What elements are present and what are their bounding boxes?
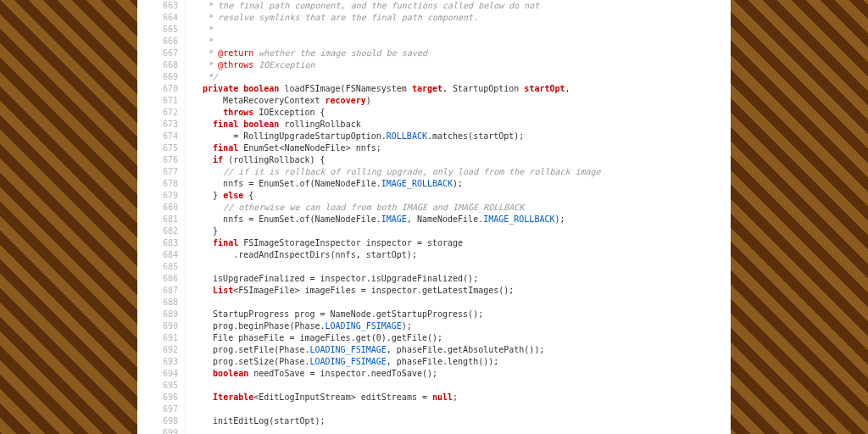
code-line[interactable]: 676 if (rollingRollback) { [137, 154, 731, 166]
code-content: boolean needToSave = inspector.needToSav… [186, 368, 732, 380]
code-content: isUpgradeFinalized = inspector.isUpgrade… [186, 273, 732, 285]
code-line[interactable]: 689 StartupProgress prog = NameNode.getS… [137, 309, 731, 320]
line-number: 686 [137, 273, 186, 285]
code-line[interactable]: 665 * [137, 24, 731, 36]
code-line[interactable]: 683 final FSImageStorageInspector inspec… [137, 237, 731, 249]
code-content [186, 380, 732, 392]
code-content: private boolean loadFSImage(FSNamesystem… [186, 83, 732, 95]
code-content: * resolve symlinks that are the final pa… [186, 12, 732, 24]
code-content [186, 261, 732, 273]
code-line[interactable]: 691 File phaseFile = imageFiles.get(0).g… [137, 332, 731, 344]
code-line[interactable]: 670 private boolean loadFSImage(FSNamesy… [137, 83, 731, 95]
line-number: 694 [137, 368, 186, 380]
code-content [186, 403, 732, 415]
code-content: * @return whether the image should be sa… [186, 47, 732, 59]
line-number: 682 [137, 225, 186, 237]
line-number: 684 [137, 249, 186, 261]
code-content: = RollingUpgradeStartupOption.ROLLBACK.m… [186, 131, 732, 142]
code-content: initEditLog(startOpt); [186, 415, 732, 427]
code-content: } else { [186, 190, 732, 202]
line-number: 695 [137, 380, 186, 392]
line-number: 696 [137, 392, 186, 403]
code-line[interactable]: 668 * @throws IOException [137, 59, 731, 71]
code-line[interactable]: 685 [137, 261, 731, 273]
code-line[interactable]: 687 List<FSImageFile> imageFiles = inspe… [137, 285, 731, 297]
line-number: 676 [137, 154, 186, 166]
line-number: 667 [137, 47, 186, 59]
line-number: 692 [137, 344, 186, 356]
code-content: * [186, 24, 732, 36]
code-content: } [186, 225, 732, 237]
line-number: 688 [137, 297, 186, 309]
code-content: // otherwise we can load from both IMAGE… [186, 202, 732, 214]
line-number: 691 [137, 332, 186, 344]
code-content [186, 297, 732, 309]
line-number: 665 [137, 24, 186, 36]
line-number: 668 [137, 59, 186, 71]
line-number: 674 [137, 131, 186, 142]
code-line[interactable]: 678 nnfs = EnumSet.of(NameNodeFile.IMAGE… [137, 178, 731, 190]
code-line[interactable]: 682 } [137, 225, 731, 237]
code-line[interactable]: 679 } else { [137, 190, 731, 202]
line-number: 690 [137, 320, 186, 332]
code-line[interactable]: 699 [137, 427, 731, 434]
code-line[interactable]: 686 isUpgradeFinalized = inspector.isUpg… [137, 273, 731, 285]
line-number: 681 [137, 214, 186, 225]
code-line[interactable]: 671 MetaRecoveryContext recovery) [137, 95, 731, 107]
code-line[interactable]: 677 // if it is rollback of rolling upgr… [137, 166, 731, 178]
line-number: 698 [137, 415, 186, 427]
code-line[interactable]: 696 Iterable<EditLogInputStream> editStr… [137, 392, 731, 403]
code-content: prog.setSize(Phase.LOADING_FSIMAGE, phas… [186, 356, 732, 368]
line-number: 672 [137, 107, 186, 119]
code-line[interactable]: 694 boolean needToSave = inspector.needT… [137, 368, 731, 380]
code-line[interactable]: 690 prog.beginPhase(Phase.LOADING_FSIMAG… [137, 320, 731, 332]
code-line[interactable]: 695 [137, 380, 731, 392]
code-content: if (rollingRollback) { [186, 154, 732, 166]
code-content: List<FSImageFile> imageFiles = inspector… [186, 285, 732, 297]
code-content: nnfs = EnumSet.of(NameNodeFile.IMAGE_ROL… [186, 178, 732, 190]
line-number: 670 [137, 83, 186, 95]
line-number: 666 [137, 36, 186, 47]
code-line[interactable]: 697 [137, 403, 731, 415]
line-number: 673 [137, 119, 186, 131]
code-line[interactable]: 684 .readAndInspectDirs(nnfs, startOpt); [137, 249, 731, 261]
code-content: nnfs = EnumSet.of(NameNodeFile.IMAGE, Na… [186, 214, 732, 225]
code-content: MetaRecoveryContext recovery) [186, 95, 732, 107]
code-line[interactable]: 667 * @return whether the image should b… [137, 47, 731, 59]
code-content: prog.beginPhase(Phase.LOADING_FSIMAGE); [186, 320, 732, 332]
code-line[interactable]: 698 initEditLog(startOpt); [137, 415, 731, 427]
code-line[interactable]: 666 * [137, 36, 731, 47]
code-line[interactable]: 681 nnfs = EnumSet.of(NameNodeFile.IMAGE… [137, 214, 731, 225]
line-number: 680 [137, 202, 186, 214]
line-number: 675 [137, 142, 186, 154]
code-content: File phaseFile = imageFiles.get(0).getFi… [186, 332, 732, 344]
code-line[interactable]: 669 */ [137, 71, 731, 83]
code-line[interactable]: 680 // otherwise we can load from both I… [137, 202, 731, 214]
code-content: throws IOException { [186, 107, 732, 119]
code-content [186, 427, 732, 434]
code-content: // if it is rollback of rolling upgrade,… [186, 166, 732, 178]
code-content: * [186, 36, 732, 47]
line-number: 677 [137, 166, 186, 178]
code-content: final EnumSet<NameNodeFile> nnfs; [186, 142, 732, 154]
code-line[interactable]: 693 prog.setSize(Phase.LOADING_FSIMAGE, … [137, 356, 731, 368]
code-line[interactable]: 674 = RollingUpgradeStartupOption.ROLLBA… [137, 131, 731, 142]
line-number: 679 [137, 190, 186, 202]
code-content: */ [186, 71, 732, 83]
line-number: 671 [137, 95, 186, 107]
code-line[interactable]: 688 [137, 297, 731, 309]
code-line[interactable]: 692 prog.setFile(Phase.LOADING_FSIMAGE, … [137, 344, 731, 356]
code-content: * @throws IOException [186, 59, 732, 71]
code-line[interactable]: 672 throws IOException { [137, 107, 731, 119]
code-content: Iterable<EditLogInputStream> editStreams… [186, 392, 732, 403]
line-number: 699 [137, 427, 186, 434]
code-line[interactable]: 675 final EnumSet<NameNodeFile> nnfs; [137, 142, 731, 154]
line-number: 689 [137, 309, 186, 320]
line-number: 685 [137, 261, 186, 273]
code-line[interactable]: 673 final boolean rollingRollback [137, 119, 731, 131]
code-content: final FSImageStorageInspector inspector … [186, 237, 732, 249]
line-number: 663 [137, 0, 186, 12]
code-line[interactable]: 664 * resolve symlinks that are the fina… [137, 12, 731, 24]
line-number: 697 [137, 403, 186, 415]
code-line[interactable]: 663 * the final path component, and the … [137, 0, 731, 12]
